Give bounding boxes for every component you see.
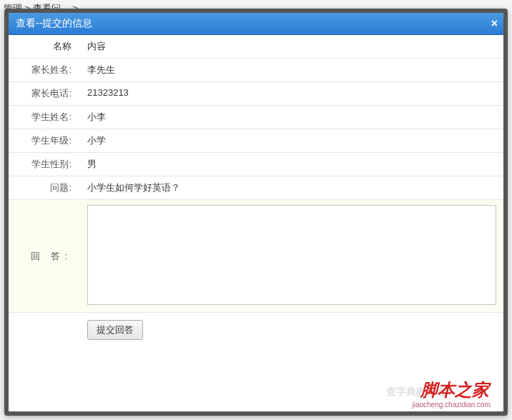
parent-phone-value: 21323213 (80, 82, 503, 106)
student-grade-value: 小学 (80, 129, 503, 153)
student-grade-label: 学生年级: (9, 129, 80, 153)
parent-name-label: 家长姓名: (9, 59, 80, 82)
student-name-value: 小李 (80, 106, 503, 129)
button-row: 提交回答 (9, 313, 503, 346)
header-label: 名称 (9, 35, 80, 59)
watermark-url: jiaocheng.chazidian.com (412, 401, 491, 409)
close-icon[interactable]: × (491, 17, 498, 30)
dialog-header: 查看--提交的信息 × (9, 13, 503, 35)
dialog-body: 名称 内容 家长姓名: 李先生 家长电话: 21323213 学生姓名: 小李 … (9, 35, 503, 345)
answer-label: 回 答: (9, 200, 80, 313)
submit-button[interactable]: 提交回答 (87, 320, 143, 340)
table-row: 学生年级: 小学 (9, 129, 503, 153)
student-name-label: 学生姓名: (9, 106, 80, 129)
watermark-text: 脚本之家 (420, 379, 489, 401)
answer-textarea[interactable] (87, 205, 496, 305)
header-content: 内容 (80, 35, 503, 59)
table-row: 问题: 小学生如何学好英语？ (9, 176, 503, 200)
question-label: 问题: (9, 176, 80, 200)
table-row: 家长电话: 21323213 (9, 82, 503, 106)
answer-row: 回 答: (9, 200, 503, 313)
student-gender-label: 学生性别: (9, 153, 80, 176)
table-row: 家长姓名: 李先生 (9, 59, 503, 82)
parent-name-value: 李先生 (80, 59, 503, 82)
dialog-window: 查看--提交的信息 × 名称 内容 家长姓名: 李先生 家长电话: 213232… (4, 9, 508, 416)
parent-phone-label: 家长电话: (9, 82, 80, 106)
table-row: 学生姓名: 小李 (9, 106, 503, 129)
table-row: 学生性别: 男 (9, 153, 503, 176)
dialog-title: 查看--提交的信息 (16, 17, 92, 29)
table-header-row: 名称 内容 (9, 35, 503, 59)
student-gender-value: 男 (80, 153, 503, 176)
info-table: 名称 内容 家长姓名: 李先生 家长电话: 21323213 学生姓名: 小李 … (9, 35, 503, 345)
question-value: 小学生如何学好英语？ (80, 176, 503, 200)
